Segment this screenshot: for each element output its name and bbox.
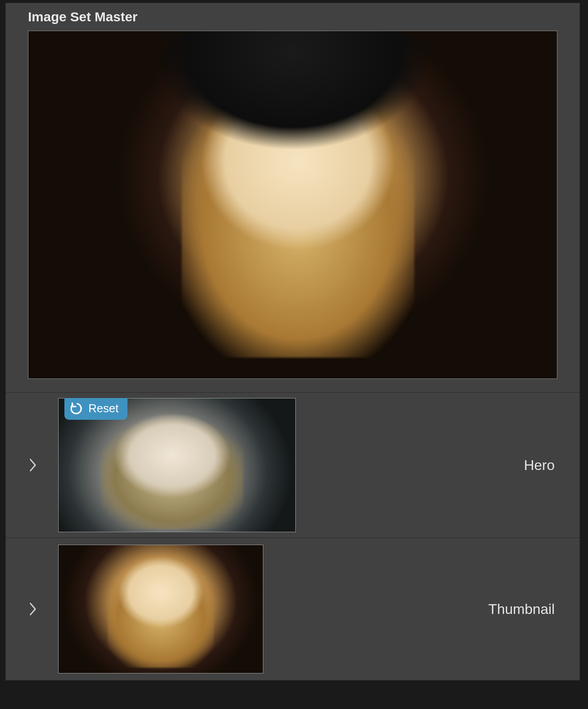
variant-row-thumbnail: Thumbnail bbox=[6, 538, 580, 680]
variant-label: Thumbnail bbox=[489, 601, 557, 617]
image-set-panel: Image Set Master Reset Hero bbox=[5, 3, 580, 681]
expand-button[interactable] bbox=[28, 457, 46, 473]
reset-button-label: Reset bbox=[88, 402, 119, 415]
thumbnail-thumbnail-image[interactable] bbox=[58, 545, 263, 673]
variant-row-hero: Reset Hero bbox=[6, 393, 580, 538]
master-title: Image Set Master bbox=[28, 9, 557, 24]
expand-button[interactable] bbox=[28, 601, 46, 617]
undo-icon bbox=[71, 402, 84, 415]
master-section: Image Set Master bbox=[6, 3, 580, 393]
hero-thumb-wrap: Reset bbox=[58, 398, 296, 532]
master-image[interactable] bbox=[28, 31, 557, 379]
reset-button[interactable]: Reset bbox=[64, 398, 127, 420]
chevron-right-icon bbox=[28, 601, 38, 617]
chevron-right-icon bbox=[28, 457, 38, 473]
variant-label: Hero bbox=[524, 457, 557, 474]
thumbnail-thumb-wrap bbox=[58, 545, 263, 673]
